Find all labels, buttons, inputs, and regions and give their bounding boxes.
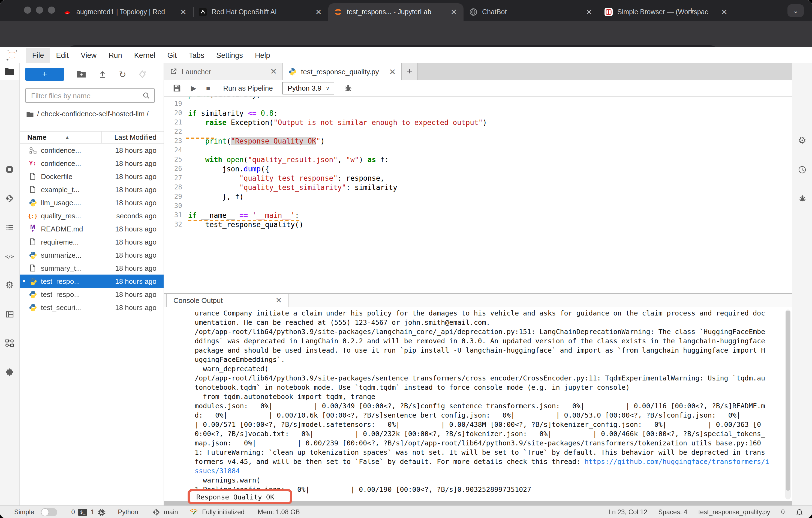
console-line: map.json: 0%| | 0.00/239 [00:00<?, ?B/s]… — [195, 438, 784, 447]
terminal-count[interactable]: 0 — [71, 508, 75, 516]
file-row[interactable]: confidence...18 hours ago — [20, 143, 164, 157]
menu-item-help[interactable]: Help — [249, 48, 276, 62]
menu-item-run[interactable]: Run — [103, 48, 128, 62]
sidebar-tab-debugger[interactable] — [792, 184, 812, 213]
git-status-icon: <>✓ — [190, 508, 199, 516]
menu-item-edit[interactable]: Edit — [50, 48, 75, 62]
console-link[interactable]: https://github.com/huggingface/transform… — [585, 457, 769, 466]
kernel-language[interactable]: Python — [118, 508, 138, 516]
sidebar-tab-running-kernels[interactable] — [0, 155, 19, 184]
menu-item-tabs[interactable]: Tabs — [183, 48, 210, 62]
sidebar-tab-table-of-contents[interactable] — [0, 213, 19, 242]
file-row[interactable]: Dockerfile18 hours ago — [20, 170, 164, 183]
browser-tab[interactable]: Red Hat OpenShift AI✕ — [193, 3, 328, 21]
jupyter-icon — [334, 8, 343, 17]
folder-icon[interactable] — [26, 111, 34, 117]
close-icon[interactable]: ✕ — [276, 296, 282, 305]
cursor-position[interactable]: Ln 23, Col 12 — [608, 508, 647, 516]
console-scrollbar[interactable] — [785, 309, 791, 499]
close-window-icon[interactable] — [24, 6, 31, 13]
console-link[interactable]: ssues/31884 — [195, 467, 240, 475]
file-row[interactable]: M▼README.md18 hours ago — [20, 222, 164, 235]
code-line: "quality_test_response": response, — [188, 173, 384, 183]
kernel-selector[interactable]: Python 3.9 ∨ — [283, 82, 335, 94]
sidebar-tab-extensions-puzzle[interactable] — [0, 357, 19, 386]
file-row[interactable]: summary_t...18 hours ago — [20, 262, 164, 275]
maximize-window-icon[interactable] — [48, 6, 55, 13]
file-modified: 18 hours ago — [105, 277, 164, 285]
console-output-body[interactable]: urance Company initiate a claim under hi… — [164, 307, 784, 501]
browser-tab[interactable]: Simple Browser — (Workspac✕ — [599, 3, 734, 21]
new-dock-tab-button[interactable]: + — [402, 63, 418, 80]
sidebar-tab-property-inspector[interactable]: ⚙ — [792, 126, 812, 155]
file-row[interactable]: test_respo...18 hours ago — [20, 275, 164, 288]
breadcrumb[interactable]: / check-confidence-self-hosted-llm / — [26, 109, 157, 118]
browser-tab[interactable]: test_respons... - JupyterLab✕ — [328, 3, 464, 21]
file-row[interactable]: Y:confidence...18 hours ago — [20, 157, 164, 170]
file-row[interactable]: {:}quality_res...seconds ago — [20, 209, 164, 222]
file-row[interactable]: llm_usage....18 hours ago — [20, 196, 164, 209]
pipeline-faded-icon[interactable] — [138, 70, 147, 79]
response-quality-annotation-box: Response Quality OK — [187, 489, 292, 505]
sidebar-tab-frame[interactable] — [0, 300, 19, 329]
close-tab-icon[interactable]: ✕ — [720, 8, 729, 17]
new-launcher-button[interactable]: + — [25, 68, 64, 81]
close-tab-icon[interactable]: ✕ — [179, 8, 187, 17]
upload-icon[interactable] — [98, 70, 107, 79]
scrollbar-thumb[interactable] — [786, 310, 790, 491]
console-line: tonotebook.tqdm` in notebook mode. Use `… — [195, 383, 784, 392]
run-icon[interactable]: ▶ — [191, 84, 196, 92]
save-icon[interactable] — [173, 84, 181, 92]
sidebar-tab-execution-time[interactable] — [792, 155, 812, 184]
menu-item-view[interactable]: View — [75, 48, 103, 62]
close-tab-icon[interactable]: ✕ — [450, 8, 458, 17]
simple-mode-toggle[interactable] — [40, 508, 57, 516]
close-tab-icon[interactable]: ✕ — [389, 67, 396, 77]
refresh-icon[interactable]: ↻ — [119, 69, 126, 79]
close-tab-icon[interactable]: ✕ — [270, 66, 277, 76]
bell-icon[interactable] — [795, 508, 803, 516]
file-row[interactable]: requireme...18 hours ago — [20, 235, 164, 248]
close-tab-icon[interactable]: ✕ — [314, 8, 323, 17]
console-line: d: 0%| | 0.00/10.6k [00:00<?, ?B/s]sente… — [195, 410, 784, 420]
menu-item-kernel[interactable]: Kernel — [128, 48, 162, 62]
minimize-window-icon[interactable] — [36, 6, 43, 13]
file-row[interactable]: summarize...18 hours ago — [20, 248, 164, 262]
kernel-count[interactable]: 1 — [91, 508, 94, 516]
file-browser-panel: + ↻ / check-confidence-self-hosted-llm / — [20, 63, 164, 506]
browser-tab[interactable]: ChatBot✕ — [464, 3, 599, 21]
sidebar-tab-git[interactable] — [0, 184, 19, 213]
dock-tab-launcher[interactable]: Launcher✕ — [164, 63, 283, 80]
notification-count[interactable]: 0 — [781, 508, 785, 516]
sidebar-tab-runtimes[interactable] — [0, 329, 19, 357]
property-inspector-icon: ⚙ — [798, 136, 807, 145]
file-row[interactable]: test_securi...18 hours ago — [20, 301, 164, 314]
code-editor[interactable]: 181920212223242526272829303132 print(sim… — [164, 97, 792, 293]
bug-icon[interactable] — [344, 84, 352, 92]
redhat-icon — [63, 8, 72, 17]
new-folder-icon[interactable] — [76, 71, 86, 78]
tab-search-button[interactable]: ⌄ — [787, 4, 804, 17]
git-branch-name[interactable]: main — [164, 508, 178, 516]
file-filter-box[interactable] — [25, 88, 155, 103]
run-as-pipeline-button[interactable]: Run as Pipeline — [223, 84, 273, 92]
file-row[interactable]: test_respo...18 hours ago — [20, 288, 164, 301]
dock-tab-test-response-quality-py[interactable]: test_response_quality.py✕ — [283, 63, 402, 80]
sidebar-tab-file-browser[interactable] — [0, 63, 19, 80]
column-header-modified[interactable]: Last Modified — [102, 132, 164, 143]
column-header-name[interactable]: Name▲ — [20, 133, 102, 141]
stop-icon[interactable]: ■ — [206, 84, 210, 92]
menu-item-settings[interactable]: Settings — [210, 48, 249, 62]
sidebar-tab-code[interactable]: </> — [0, 242, 19, 271]
close-tab-icon[interactable]: ✕ — [585, 8, 593, 17]
sidebar-tab-pipeline-settings[interactable]: ⚙ — [0, 271, 19, 300]
browser-tab[interactable]: augmented1 | Topology | Red✕ — [58, 3, 193, 21]
menu-item-git[interactable]: Git — [162, 48, 183, 62]
line-number: 30 — [164, 201, 182, 211]
new-tab-button[interactable]: + — [688, 5, 694, 16]
console-output-tab[interactable]: Console Output ✕ — [166, 294, 289, 307]
menu-item-file[interactable]: File — [26, 48, 50, 62]
file-filter-input[interactable] — [30, 91, 142, 100]
file-row[interactable]: example_t...18 hours ago — [20, 183, 164, 196]
indent-setting[interactable]: Spaces: 4 — [658, 508, 687, 516]
